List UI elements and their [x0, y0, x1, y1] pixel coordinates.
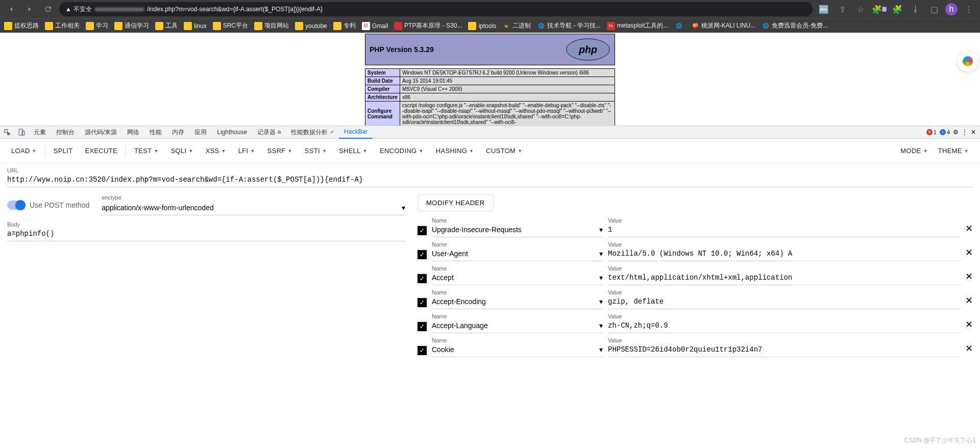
delete-header-icon[interactable]: ✕	[965, 295, 973, 306]
header-checkbox[interactable]: ✓	[418, 346, 427, 355]
bookmark-item[interactable]: PTP基本原理 - S30...	[394, 21, 462, 30]
hackbar-mode-button[interactable]: MODE▼	[895, 144, 933, 158]
bookmark-item[interactable]: linux	[184, 22, 207, 30]
header-name-input[interactable]: Accept-Language▾	[432, 319, 603, 333]
inspect-icon[interactable]	[0, 126, 14, 139]
chevron-down-icon[interactable]: ▾	[599, 321, 603, 330]
hackbar-hashing-button[interactable]: HASHING▼	[431, 144, 479, 158]
modify-header-button[interactable]: MODIFY HEADER	[418, 194, 494, 211]
header-name-input[interactable]: Accept-Encoding▾	[432, 295, 603, 309]
bookmark-item[interactable]: SRC平台	[213, 21, 248, 30]
chevron-down-icon[interactable]: ▾	[599, 226, 603, 234]
close-devtools-icon[interactable]: ✕	[971, 129, 976, 136]
hackbar-encoding-button[interactable]: ENCODING▼	[375, 144, 429, 158]
more-icon[interactable]: ⋮	[962, 129, 968, 136]
header-value-input[interactable]: zh-CN,zh;q=0.9	[608, 319, 960, 333]
devtools-tab-元素[interactable]: 元素	[29, 126, 51, 139]
hackbar-split-button[interactable]: SPLIT	[48, 144, 78, 158]
download-icon[interactable]: ⭳	[909, 2, 923, 16]
bookmark-item[interactable]: 🌐技术导航 - 学习技...	[537, 21, 601, 30]
hackbar-ssti-button[interactable]: SSTI▼	[300, 144, 332, 158]
header-name-input[interactable]: Accept▾	[432, 271, 603, 285]
hackbar-load-button[interactable]: LOAD▼	[6, 144, 42, 158]
use-post-toggle[interactable]	[7, 201, 24, 210]
forward-button[interactable]	[22, 2, 37, 16]
bookmark-item[interactable]: 项目网站	[254, 21, 289, 30]
reload-button[interactable]	[41, 2, 55, 16]
settings-icon[interactable]: ⚙	[953, 129, 959, 136]
delete-header-icon[interactable]: ✕	[965, 223, 973, 234]
message-count[interactable]: i4	[940, 129, 950, 135]
bookmark-item[interactable]: 🍑桃派网-KALI LINU...	[691, 21, 756, 30]
devtools-tab-记录器[interactable]: 记录器⧉	[252, 126, 286, 139]
devtools-tab-性能[interactable]: 性能	[144, 126, 167, 139]
header-checkbox[interactable]: ✓	[418, 274, 427, 283]
star-icon[interactable]: ☆	[853, 2, 868, 16]
chevron-down-icon[interactable]: ▾	[599, 273, 603, 282]
bookmark-item[interactable]: 工作相关	[45, 21, 80, 30]
bookmark-item[interactable]: 🌐	[675, 22, 685, 30]
chevron-down-icon[interactable]: ▾	[402, 204, 405, 212]
header-checkbox[interactable]: ✓	[418, 226, 427, 235]
devtools-tab-HackBar[interactable]: HackBar	[339, 126, 373, 139]
chevron-down-icon[interactable]: ▾	[599, 297, 603, 306]
hackbar-ssrf-button[interactable]: SSRF▼	[262, 144, 298, 158]
error-count[interactable]: ✕1	[926, 129, 937, 135]
delete-header-icon[interactable]: ✕	[965, 247, 973, 258]
bookmark-item[interactable]: 专利	[333, 21, 356, 30]
devtools-tab-性能数据分析[interactable]: 性能数据分析↗	[286, 126, 339, 139]
hackbar-execute-button[interactable]: EXECUTE	[80, 144, 122, 158]
translate-icon[interactable]: 🔤	[817, 2, 831, 16]
devtools-tab-Lighthouse[interactable]: Lighthouse	[212, 126, 252, 139]
bookmark-item[interactable]: 51metasploit工具的...	[607, 21, 669, 30]
delete-header-icon[interactable]: ✕	[965, 271, 973, 282]
header-name-input[interactable]: Cookie▾	[432, 343, 603, 357]
devtools-tab-控制台[interactable]: 控制台	[51, 126, 80, 139]
devtools-tab-应用[interactable]: 应用	[189, 126, 212, 139]
bookmark-item[interactable]: ☯二进制	[502, 21, 531, 30]
header-checkbox[interactable]: ✓	[418, 250, 427, 259]
assistant-float-button[interactable]	[958, 51, 978, 71]
chevron-down-icon[interactable]: ▾	[599, 250, 603, 258]
url-input[interactable]: http://wyw.noip.cn:3520/index.php?m=vod-…	[7, 173, 973, 187]
menu-icon[interactable]: ⋮	[962, 2, 976, 16]
header-name-input[interactable]: User-Agent▾	[432, 247, 603, 261]
device-icon[interactable]	[14, 126, 29, 139]
bookmark-item[interactable]: 🌐免费迅雷会员-免费...	[762, 21, 828, 30]
panel-icon[interactable]: ▢	[927, 2, 941, 16]
hackbar-theme-button[interactable]: THEME▼	[933, 144, 974, 158]
enctype-field[interactable]: enctype application/x-www-form-urlencode…	[102, 194, 405, 215]
hackbar-sqli-button[interactable]: SQLI▼	[166, 144, 199, 158]
bookmark-item[interactable]: youtobe	[295, 22, 327, 30]
header-value-input[interactable]: Mozilla/5.0 (Windows NT 10.0; Win64; x64…	[608, 247, 960, 261]
delete-header-icon[interactable]: ✕	[965, 343, 973, 354]
hackbar-custom-button[interactable]: CUSTOM▼	[481, 144, 527, 158]
devtools-tab-网络[interactable]: 网络	[122, 126, 144, 139]
hackbar-lfi-button[interactable]: LFI▼	[233, 144, 260, 158]
puzzle-icon[interactable]: 🧩	[890, 2, 904, 16]
hackbar-shell-button[interactable]: SHELL▼	[334, 144, 373, 158]
header-value-input[interactable]: text/html,application/xhtml+xml,applicat…	[608, 271, 960, 285]
bookmark-item[interactable]: iptools	[468, 22, 496, 30]
hackbar-xss-button[interactable]: XSS▼	[201, 144, 231, 158]
body-input[interactable]: a=phpinfo()	[7, 228, 405, 241]
bookmark-item[interactable]: MGmail	[362, 22, 388, 30]
header-value-input[interactable]: gzip, deflate	[608, 295, 960, 309]
address-bar[interactable]: ▲ 不安全 xxxxxxxxxxxxxxxx /index.php?m=vod-…	[59, 2, 813, 16]
devtools-tab-源代码/来源[interactable]: 源代码/来源	[80, 126, 122, 139]
extension-badge[interactable]: 🧩3	[872, 2, 886, 16]
profile-avatar[interactable]: h	[945, 3, 958, 15]
header-value-input[interactable]: 1	[608, 223, 960, 237]
header-name-input[interactable]: Upgrade-Insecure-Requests▾	[432, 223, 603, 237]
hackbar-test-button[interactable]: TEST▼	[129, 144, 164, 158]
bookmark-item[interactable]: 学习	[86, 21, 108, 30]
chevron-down-icon[interactable]: ▾	[599, 345, 603, 354]
share-icon[interactable]: ⇪	[835, 2, 849, 16]
header-checkbox[interactable]: ✓	[418, 322, 427, 331]
back-button[interactable]	[4, 2, 18, 16]
header-value-input[interactable]: PHPSESSID=26id4ob0r2quieu1tr1p32i4n7	[608, 343, 960, 357]
delete-header-icon[interactable]: ✕	[965, 319, 973, 330]
bookmark-item[interactable]: 工具	[155, 21, 178, 30]
bookmark-item[interactable]: 通信学习	[114, 21, 149, 30]
bookmark-item[interactable]: 提权思路	[4, 21, 39, 30]
